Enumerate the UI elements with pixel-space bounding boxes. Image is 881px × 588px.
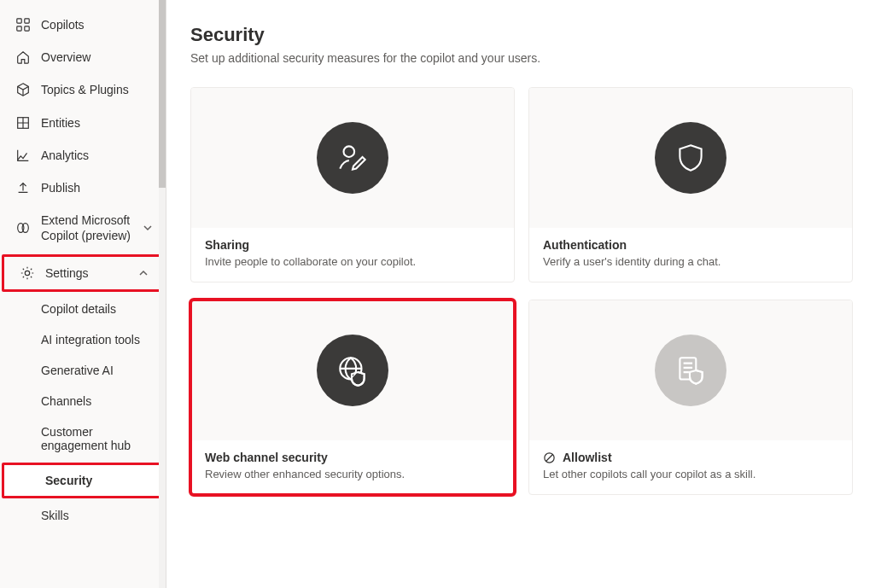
card-title-text: Allowlist [563, 451, 612, 464]
nav-publish[interactable]: Publish [0, 172, 166, 204]
svg-rect-0 [17, 19, 21, 23]
nav-settings-skills[interactable]: Skills [0, 500, 166, 531]
nav-settings[interactable]: Settings [2, 254, 164, 292]
chevron-up-icon [137, 267, 149, 279]
card-web-channel-security[interactable]: Web channel security Review other enhanc… [190, 300, 515, 495]
nav-analytics[interactable]: Analytics [0, 139, 166, 172]
svg-rect-1 [25, 19, 29, 23]
sidebar: Copilots Overview Topics & Plugins [0, 0, 166, 588]
nav-label: Topics & Plugins [41, 82, 129, 97]
nav-entities[interactable]: Entities [0, 107, 166, 139]
svg-rect-2 [17, 26, 21, 31]
card-description: Invite people to collaborate on your cop… [205, 255, 500, 268]
nav-label: Publish [41, 180, 80, 195]
copilot-icon [15, 220, 31, 236]
nav-copilots[interactable]: Copilots [0, 9, 166, 41]
chevron-down-icon [142, 222, 154, 234]
nav-settings-channels[interactable]: Channels [0, 386, 166, 416]
nav-label: Entities [41, 115, 80, 131]
nav-label: Customer engagement hub [41, 425, 154, 452]
cube-icon [15, 82, 31, 97]
nav-label: Extend Microsoft Copilot (preview) [41, 212, 135, 243]
card-hero [529, 88, 852, 228]
svg-point-6 [22, 224, 28, 233]
nav-overview[interactable]: Overview [0, 41, 166, 73]
nav-settings-security[interactable]: Security [2, 463, 164, 498]
card-description: Verify a user's identity during a chat. [543, 255, 838, 268]
nav-label: Settings [45, 265, 89, 281]
nav-label: Analytics [41, 148, 89, 163]
person-edit-icon [317, 122, 388, 194]
upload-icon [15, 180, 31, 195]
nav-settings-copilot-details[interactable]: Copilot details [0, 294, 166, 324]
card-title: Sharing [205, 238, 500, 252]
main-content: Security Set up additional security meas… [166, 0, 881, 588]
grid-icon [15, 115, 31, 131]
card-title: Web channel security [205, 451, 500, 464]
card-allowlist[interactable]: Allowlist Let other copilots call your c… [528, 300, 853, 495]
blocked-icon [543, 451, 556, 464]
page-title: Security [190, 24, 857, 46]
nav-label: Overview [41, 49, 90, 65]
nav-settings-generative-ai[interactable]: Generative AI [0, 355, 166, 386]
nav-label: AI integration tools [41, 333, 140, 346]
svg-point-7 [25, 271, 29, 275]
svg-point-8 [344, 146, 355, 157]
globe-shield-icon [317, 335, 388, 406]
nav-extend-copilot[interactable]: Extend Microsoft Copilot (preview) [0, 204, 166, 252]
card-hero [191, 88, 514, 228]
apps-grid-icon [15, 17, 31, 32]
sidebar-scrollbar[interactable] [159, 0, 166, 588]
analytics-icon [15, 148, 31, 163]
nav-label: Generative AI [41, 364, 114, 377]
card-authentication[interactable]: Authentication Verify a user's identity … [528, 87, 853, 282]
nav-label: Copilots [41, 17, 85, 32]
svg-rect-3 [25, 26, 29, 31]
nav-label: Copilot details [41, 302, 116, 316]
card-hero [529, 300, 852, 440]
list-shield-icon [655, 335, 726, 406]
nav-settings-ai-integration[interactable]: AI integration tools [0, 324, 166, 355]
page-subtitle: Set up additional security measures for … [190, 51, 857, 65]
card-description: Let other copilots call your copilot as … [543, 468, 838, 480]
card-description: Review other enhanced security options. [205, 468, 500, 480]
nav-topics-plugins[interactable]: Topics & Plugins [0, 73, 166, 106]
card-title: Authentication [543, 238, 838, 252]
nav-label: Channels [41, 394, 91, 408]
card-hero [191, 300, 514, 440]
nav-settings-customer-hub[interactable]: Customer engagement hub [0, 416, 166, 461]
card-sharing[interactable]: Sharing Invite people to collaborate on … [190, 87, 515, 282]
sidebar-scrollbar-thumb[interactable] [159, 0, 166, 188]
gear-icon [20, 265, 35, 281]
security-cards-grid: Sharing Invite people to collaborate on … [190, 87, 857, 495]
nav-label: Skills [41, 509, 69, 522]
card-title: Allowlist [543, 451, 838, 464]
nav-label: Security [45, 474, 92, 487]
shield-icon [655, 122, 726, 194]
home-icon [15, 49, 31, 65]
